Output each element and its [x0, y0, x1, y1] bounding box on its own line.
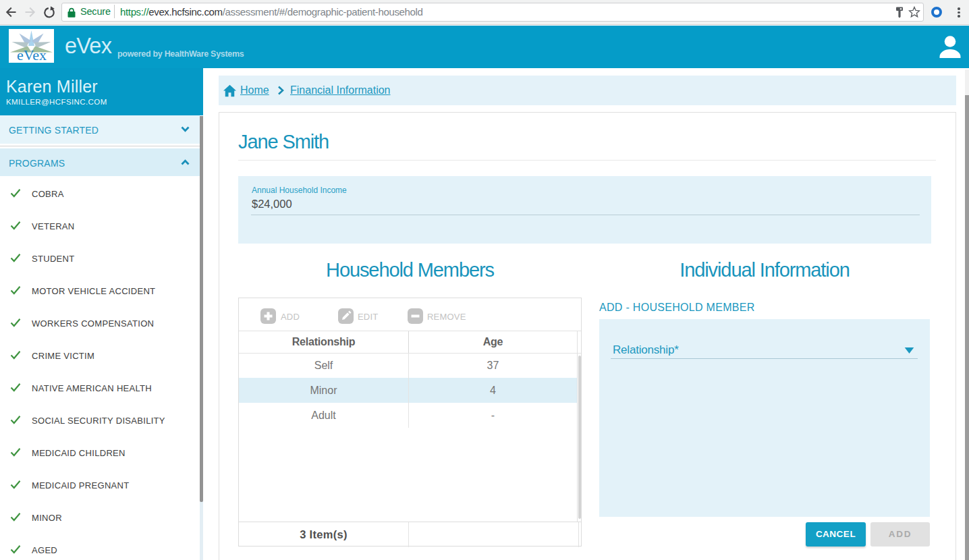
- svg-text:eVex: eVex: [17, 47, 47, 63]
